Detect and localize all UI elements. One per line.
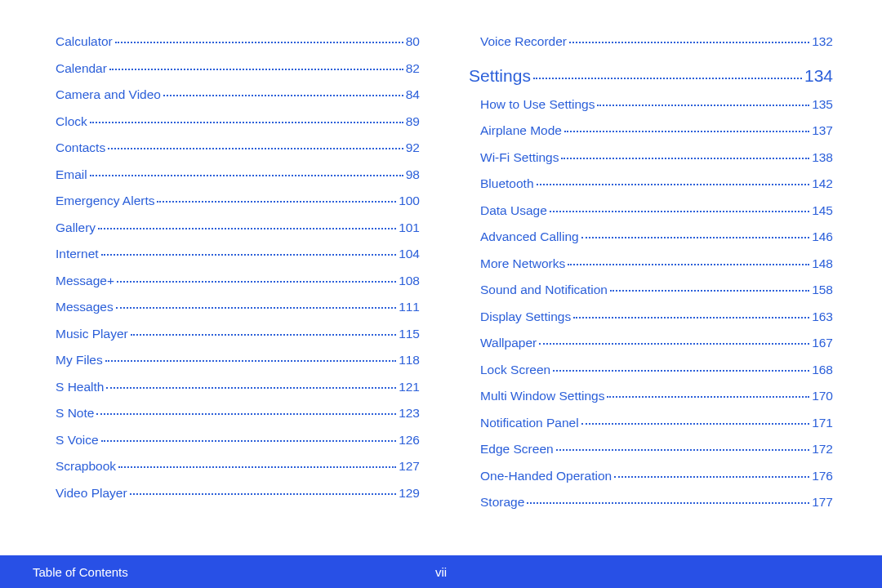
toc-entry-page: 163 — [812, 310, 833, 324]
toc-entry-page: 172 — [812, 442, 833, 457]
toc-entry-page: 118 — [399, 353, 420, 368]
toc-entry-page: 129 — [399, 486, 420, 501]
toc-entry[interactable]: Edge Screen172 — [469, 442, 833, 457]
toc-leader-dots — [98, 228, 396, 229]
toc-entry-label: Internet — [56, 247, 99, 261]
toc-leader-dots — [90, 175, 403, 176]
toc-entry-page: 171 — [812, 416, 833, 430]
toc-entry-label: Message+ — [56, 274, 114, 288]
toc-entry-page: 170 — [812, 389, 833, 403]
toc-leader-dots — [116, 307, 396, 309]
toc-entry[interactable]: Contacts92 — [56, 140, 420, 155]
toc-leader-dots — [614, 476, 809, 478]
toc-entry[interactable]: Message+108 — [56, 274, 420, 288]
toc-entry-label: Scrapbook — [56, 459, 116, 474]
toc-entry-page: 176 — [812, 469, 833, 483]
toc-entry[interactable]: Lock Screen168 — [469, 363, 833, 377]
toc-entry-label: Settings — [469, 66, 531, 86]
toc-entry-page: 137 — [812, 123, 833, 138]
toc-entry[interactable]: S Note123 — [56, 406, 420, 421]
toc-leader-dots — [569, 42, 809, 43]
toc-leader-dots — [101, 254, 397, 256]
toc-leader-dots — [553, 370, 809, 372]
toc-entry-page: 80 — [406, 34, 420, 49]
toc-entry[interactable]: Video Player129 — [56, 486, 420, 501]
toc-entry-label: Data Usage — [480, 203, 547, 218]
toc-leader-dots — [109, 69, 403, 70]
toc-entry[interactable]: How to Use Settings135 — [469, 97, 833, 112]
toc-entry-label: Lock Screen — [480, 363, 550, 377]
toc-entry-label: Display Settings — [480, 310, 571, 324]
toc-leader-dots — [610, 290, 809, 292]
toc-leader-dots — [118, 466, 396, 468]
toc-entry[interactable]: Advanced Calling146 — [469, 229, 833, 244]
toc-right-column: Voice Recorder132Settings134How to Use S… — [469, 34, 833, 549]
toc-entry-page: 98 — [406, 167, 420, 182]
toc-leader-dots — [131, 334, 396, 336]
toc-leader-dots — [527, 502, 809, 504]
toc-entry[interactable]: More Networks148 — [469, 256, 833, 271]
toc-entry-page: 121 — [399, 380, 420, 394]
toc-leader-dots — [101, 440, 397, 442]
toc-entry-page: 123 — [399, 406, 420, 421]
toc-entry[interactable]: Email98 — [56, 167, 420, 182]
toc-entry[interactable]: Voice Recorder132 — [469, 34, 833, 49]
toc-entry[interactable]: Display Settings163 — [469, 310, 833, 324]
toc-leader-dots — [157, 201, 396, 203]
toc-entry-label: Clock — [56, 114, 87, 129]
toc-entry-page: 138 — [812, 150, 833, 165]
toc-entry[interactable]: S Voice126 — [56, 433, 420, 448]
toc-entry-label: Camera and Video — [56, 87, 161, 102]
toc-entry-page: 100 — [399, 194, 420, 208]
toc-entry-page: 168 — [812, 363, 833, 377]
toc-entry-label: S Note — [56, 406, 94, 421]
toc-entry[interactable]: Calculator80 — [56, 34, 420, 49]
toc-leader-dots — [533, 78, 802, 79]
toc-entry-page: 84 — [406, 87, 420, 102]
toc-entry[interactable]: Data Usage145 — [469, 203, 833, 218]
toc-leader-dots — [556, 449, 810, 451]
toc-entry[interactable]: S Health121 — [56, 380, 420, 394]
toc-entry[interactable]: Bluetooth142 — [469, 176, 833, 191]
toc-entry[interactable]: Airplane Mode137 — [469, 123, 833, 138]
toc-entry[interactable]: Wi-Fi Settings138 — [469, 150, 833, 165]
toc-entry-page: 101 — [399, 220, 420, 235]
toc-leader-dots — [106, 387, 396, 389]
toc-entry[interactable]: Messages111 — [56, 300, 420, 314]
footer-page-number: vii — [435, 565, 447, 579]
toc-entry[interactable]: Wallpaper167 — [469, 336, 833, 350]
toc-leader-dots — [564, 131, 809, 132]
toc-entry[interactable]: One-Handed Operation176 — [469, 469, 833, 483]
toc-leader-dots — [539, 343, 809, 345]
toc-entry-page: 108 — [399, 274, 420, 288]
toc-leader-dots — [96, 413, 396, 415]
toc-entry[interactable]: Storage177 — [469, 495, 833, 510]
toc-entry-label: Messages — [56, 300, 114, 314]
toc-entry[interactable]: Sound and Notification158 — [469, 283, 833, 297]
toc-entry-page: 82 — [406, 61, 420, 76]
toc-entry-page: 146 — [812, 229, 833, 244]
toc-left-column: Calculator80Calendar82Camera and Video84… — [56, 34, 420, 549]
toc-entry[interactable]: My Files118 — [56, 353, 420, 368]
toc-entry[interactable]: Internet104 — [56, 247, 420, 261]
toc-entry[interactable]: Clock89 — [56, 114, 420, 129]
toc-entry-label: Calendar — [56, 61, 107, 76]
toc-entry[interactable]: Settings134 — [469, 66, 833, 86]
toc-leader-dots — [581, 237, 809, 238]
toc-entry[interactable]: Scrapbook127 — [56, 459, 420, 474]
toc-entry[interactable]: Music Player115 — [56, 327, 420, 341]
toc-leader-dots — [108, 148, 403, 149]
toc-entry[interactable]: Notification Panel171 — [469, 416, 833, 430]
toc-entry[interactable]: Calendar82 — [56, 61, 420, 76]
toc-entry[interactable]: Camera and Video84 — [56, 87, 420, 102]
toc-leader-dots — [607, 396, 809, 398]
toc-entry[interactable]: Multi Window Settings170 — [469, 389, 833, 403]
toc-entry[interactable]: Gallery101 — [56, 220, 420, 235]
toc-entry-page: 135 — [812, 97, 833, 112]
toc-entry[interactable]: Emergency Alerts100 — [56, 194, 420, 208]
toc-leader-dots — [597, 105, 809, 106]
toc-entry-label: My Files — [56, 353, 103, 368]
toc-entry-page: 158 — [812, 283, 833, 297]
toc-entry-label: Sound and Notification — [480, 283, 608, 297]
toc-leader-dots — [115, 42, 403, 43]
